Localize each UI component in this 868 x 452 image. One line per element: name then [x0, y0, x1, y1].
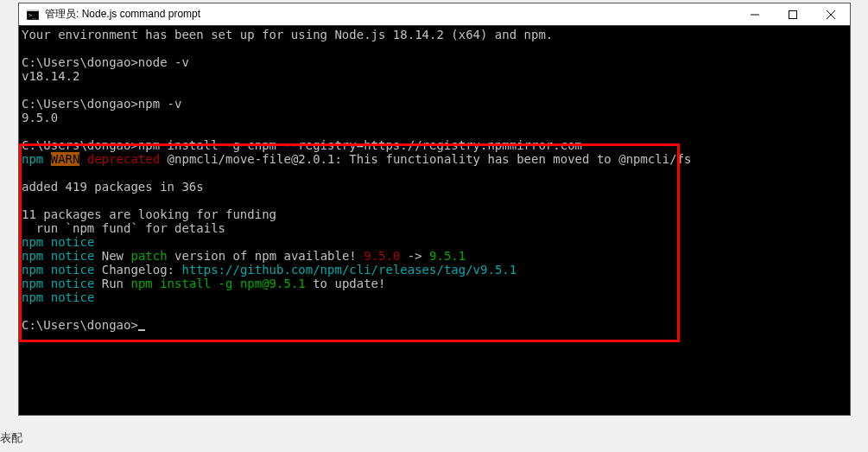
- output-line: [22, 124, 847, 138]
- command-text: npm -v: [138, 97, 182, 111]
- notice-label: notice: [51, 277, 95, 290]
- deprecated-msg: @npmcli/move-file@2.0.1: This functional…: [160, 152, 691, 166]
- notice-text: Run: [94, 277, 130, 290]
- deprecated-label: deprecated: [87, 152, 160, 166]
- svg-text:>_: >_: [29, 12, 36, 19]
- prompt-line: C:\Users\dongao>npm -v: [22, 97, 847, 111]
- notice-text: New: [94, 249, 130, 263]
- output-line: added 419 packages in 36s: [22, 180, 847, 194]
- output-line: npm notice: [22, 235, 847, 249]
- npm-label: npm: [22, 235, 43, 249]
- close-button[interactable]: [812, 3, 850, 25]
- notice-text: Changelog:: [94, 263, 181, 277]
- npm-label: npm: [22, 277, 43, 290]
- svg-rect-1: [27, 10, 39, 11]
- warn-label: WARN: [51, 152, 80, 166]
- prompt-line: C:\Users\dongao>: [22, 318, 847, 332]
- npm-label: npm: [22, 152, 43, 166]
- output-line: 11 packages are looking for funding: [22, 207, 847, 221]
- maximize-button[interactable]: [774, 3, 812, 25]
- page-label: 表配: [0, 430, 22, 446]
- output-line: npm notice: [22, 290, 847, 304]
- prompt-text: C:\Users\dongao>: [22, 318, 138, 332]
- output-line: [22, 304, 847, 318]
- notice-label: notice: [51, 235, 95, 249]
- notice-text: version of npm available!: [168, 249, 364, 263]
- notice-label: notice: [51, 290, 95, 304]
- window-controls: [736, 3, 850, 25]
- old-version: 9.5.0: [364, 249, 400, 263]
- changelog-url: https://github.com/npm/cli/releases/tag/…: [181, 263, 516, 277]
- command-text: node -v: [138, 55, 189, 69]
- output-line: Your environment has been set up for usi…: [22, 28, 847, 41]
- output-line: npm notice New patch version of npm avai…: [22, 249, 847, 263]
- prompt-text: C:\Users\dongao>: [22, 97, 138, 111]
- npm-label: npm: [22, 263, 43, 277]
- notice-label: notice: [51, 249, 95, 263]
- notice-label: notice: [51, 263, 95, 277]
- terminal-body[interactable]: Your environment has been set up for usi…: [19, 26, 850, 415]
- cursor-icon: [138, 329, 145, 331]
- output-line: npm notice Run npm install -g npm@9.5.1 …: [22, 277, 847, 290]
- output-line: [22, 194, 847, 207]
- command-text: npm install -g cnpm --registry=https://r…: [138, 138, 582, 152]
- output-line: v18.14.2: [22, 69, 847, 83]
- output-line: npm notice Changelog: https://github.com…: [22, 263, 847, 277]
- notice-patch: patch: [130, 249, 167, 263]
- output-line: [22, 83, 847, 97]
- minimize-button[interactable]: [736, 3, 774, 25]
- update-command: npm install -g npm@9.5.1: [130, 277, 305, 290]
- prompt-line: C:\Users\dongao>node -v: [22, 55, 847, 69]
- output-line: [22, 166, 847, 180]
- window-title: 管理员: Node.js command prompt: [45, 7, 736, 22]
- npm-label: npm: [22, 249, 43, 263]
- output-line: 9.5.0: [22, 111, 847, 124]
- notice-text: ->: [400, 249, 429, 263]
- svg-rect-4: [789, 10, 797, 18]
- prompt-text: C:\Users\dongao>: [22, 55, 138, 69]
- output-line: run `npm fund` for details: [22, 221, 847, 235]
- prompt-text: C:\Users\dongao>: [22, 138, 138, 152]
- terminal-window: >_ 管理员: Node.js command prompt Your envi…: [18, 3, 851, 416]
- notice-text: to update!: [306, 277, 386, 290]
- output-line: npm WARN deprecated @npmcli/move-file@2.…: [22, 152, 847, 166]
- new-version: 9.5.1: [429, 249, 466, 263]
- npm-label: npm: [22, 290, 43, 304]
- titlebar[interactable]: >_ 管理员: Node.js command prompt: [19, 3, 850, 26]
- prompt-line: C:\Users\dongao>npm install -g cnpm --re…: [22, 138, 847, 152]
- app-icon: >_: [26, 8, 40, 22]
- output-line: [22, 41, 847, 55]
